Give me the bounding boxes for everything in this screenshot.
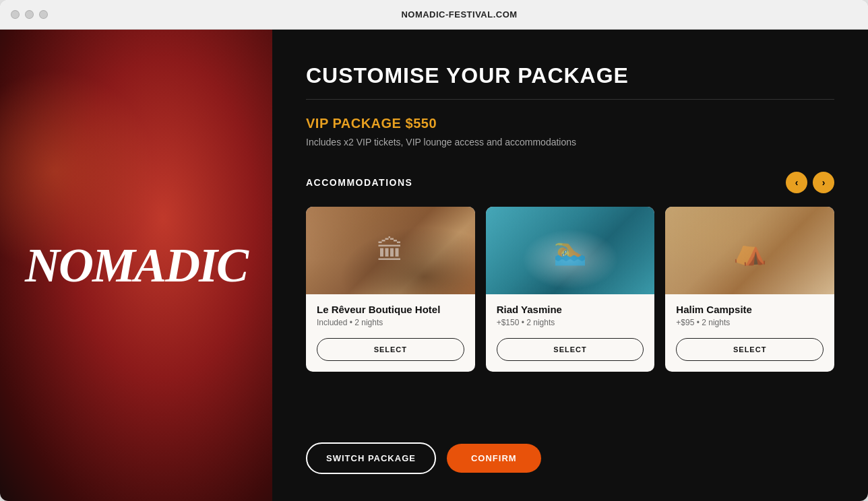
minimize-dot[interactable]: [25, 10, 34, 19]
switch-package-button[interactable]: SWITCH PACKAGE: [306, 442, 436, 474]
card-boutique-subtitle: Included • 2 nights: [317, 318, 464, 327]
carousel-next-button[interactable]: ›: [813, 172, 834, 193]
divider: [306, 99, 834, 100]
accommodations-label: ACCOMMODATIONS: [306, 177, 412, 188]
package-description: Includes x2 VIP tickets, VIP lounge acce…: [306, 137, 834, 147]
maximize-dot[interactable]: [39, 10, 48, 19]
package-name: VIP PACKAGE $550: [306, 116, 834, 131]
footer-actions: SWITCH PACKAGE CONFIRM: [306, 442, 834, 474]
close-dot[interactable]: [11, 10, 20, 19]
card-campsite-image: [665, 207, 834, 294]
left-panel: NOMADIC: [0, 30, 272, 501]
card-halim-campsite: Halim Campsite +$95 • 2 nights SELECT: [665, 207, 834, 372]
right-panel: CUSTOMISE YOUR PACKAGE VIP PACKAGE $550 …: [272, 30, 868, 501]
card-boutique-title: Le Rêveur Boutique Hotel: [317, 304, 464, 315]
card-boutique-image: [306, 207, 475, 294]
brand-name: NOMADIC: [25, 241, 247, 290]
accommodations-header: ACCOMMODATIONS ‹ ›: [306, 172, 834, 193]
card-riad-select-button[interactable]: SELECT: [497, 338, 644, 361]
confirm-button[interactable]: CONFIRM: [447, 444, 541, 473]
browser-toolbar: NOMADIC-FESTIVAL.COM: [0, 0, 868, 30]
carousel-navigation: ‹ ›: [786, 172, 834, 193]
card-campsite-select-button[interactable]: SELECT: [676, 338, 824, 361]
card-riad-yasmine: Riad Yasmine +$150 • 2 nights SELECT: [486, 207, 655, 372]
accommodation-cards: Le Rêveur Boutique Hotel Included • 2 ni…: [306, 207, 834, 372]
url-bar: NOMADIC-FESTIVAL.COM: [61, 9, 857, 20]
card-riad-body: Riad Yasmine +$150 • 2 nights SELECT: [486, 294, 655, 372]
card-campsite-subtitle: +$95 • 2 nights: [676, 318, 824, 327]
card-boutique-hotel: Le Rêveur Boutique Hotel Included • 2 ni…: [306, 207, 475, 372]
card-riad-image: [486, 207, 655, 294]
card-boutique-select-button[interactable]: SELECT: [317, 338, 464, 361]
browser-window: NOMADIC-FESTIVAL.COM NOMADIC CUSTOMISE Y…: [0, 0, 868, 501]
card-riad-subtitle: +$150 • 2 nights: [497, 318, 644, 327]
card-campsite-body: Halim Campsite +$95 • 2 nights SELECT: [665, 294, 834, 372]
url-text: NOMADIC-FESTIVAL.COM: [401, 9, 517, 20]
browser-content: NOMADIC CUSTOMISE YOUR PACKAGE VIP PACKA…: [0, 30, 868, 501]
page-title: CUSTOMISE YOUR PACKAGE: [306, 63, 834, 88]
card-riad-title: Riad Yasmine: [497, 304, 644, 315]
card-boutique-body: Le Rêveur Boutique Hotel Included • 2 ni…: [306, 294, 475, 372]
browser-dots: [11, 10, 48, 19]
card-campsite-title: Halim Campsite: [676, 304, 824, 315]
carousel-prev-button[interactable]: ‹: [786, 172, 807, 193]
